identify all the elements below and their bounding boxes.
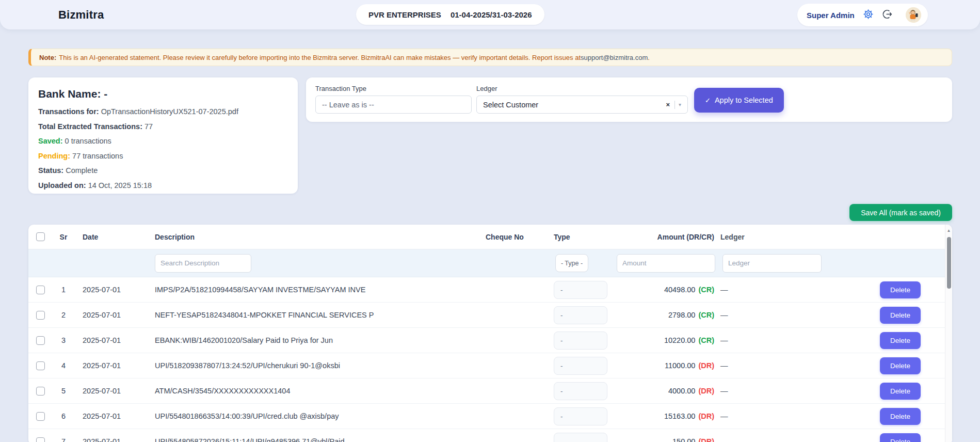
delete-button[interactable]: Delete (880, 332, 921, 349)
gear-icon (863, 9, 874, 21)
amount-cell: 40498.00(CR) (615, 286, 716, 294)
col-cheque-no: Cheque No (485, 233, 552, 241)
delete-button[interactable]: Delete (880, 433, 921, 442)
uploaded-line: Uploaded on: 14 Oct, 2025 15:18 (38, 181, 288, 191)
sr-cell: 1 (52, 286, 75, 294)
delete-button[interactable]: Delete (880, 408, 921, 425)
brand-logo: Bizmitra (58, 8, 104, 22)
ledger-cell: — (716, 437, 856, 442)
ledger-filter-input[interactable] (722, 254, 822, 273)
date-cell: 2025-07-01 (75, 361, 152, 370)
table-body: 1 2025-07-01 IMPS/P2A/518210994458/SAYYA… (28, 277, 952, 442)
transactions-table: Sr Date Description Cheque No Type Amoun… (28, 225, 952, 442)
col-amount: Amount (DR/CR) (615, 233, 716, 241)
note-text: This is an AI-generated statement. Pleas… (59, 54, 581, 61)
ledger-cell: — (716, 387, 856, 395)
table-row: 4 2025-07-01 UPI/518209387807/13:24:52/U… (28, 353, 952, 378)
note-label: Note: (39, 54, 56, 61)
table-scrollbar[interactable]: ▲ (945, 225, 952, 442)
transaction-type-select[interactable]: -- Leave as is -- (315, 96, 472, 114)
row-checkbox[interactable] (36, 437, 45, 442)
ledger-cell: — (716, 336, 856, 344)
search-description-input[interactable] (155, 254, 251, 273)
amount-cell: 4000.00(DR) (615, 387, 716, 395)
date-cell: 2025-07-01 (75, 311, 152, 319)
description-cell: UPI/554801866353/14:00:39/UPI/cred.club … (152, 412, 485, 420)
type-select[interactable]: - (554, 332, 607, 350)
ledger-cell: — (716, 311, 856, 319)
type-select[interactable]: - (554, 306, 607, 324)
user-role-label: Super Admin (807, 11, 855, 20)
delete-button[interactable]: Delete (880, 357, 921, 374)
scroll-up-icon[interactable]: ▲ (945, 228, 952, 233)
total-extracted-line: Total Extracted Transactions: 77 (38, 122, 288, 132)
transaction-type-label: Transaction Type (315, 85, 472, 92)
user-menu: Super Admin (797, 4, 928, 26)
col-ledger: Ledger (716, 233, 856, 241)
main-content: Note: This is an AI-generated statement.… (0, 49, 980, 442)
delete-button[interactable]: Delete (880, 383, 921, 400)
transactions-for-line: Transactions for: OpTransactionHistoryUX… (38, 107, 288, 117)
ledger-select[interactable]: Select Customer × ▾ (476, 96, 688, 114)
row-checkbox[interactable] (36, 311, 45, 320)
delete-button[interactable]: Delete (880, 307, 921, 324)
delete-button[interactable]: Delete (880, 281, 921, 298)
date-cell: 2025-07-01 (75, 387, 152, 395)
col-date: Date (75, 233, 152, 241)
saved-line: Saved: 0 transactions (38, 136, 288, 146)
check-icon: ✓ (705, 97, 711, 104)
amount-cell: 2798.00(CR) (615, 311, 716, 319)
ledger-cell: — (716, 286, 856, 294)
date-cell: 2025-07-01 (75, 336, 152, 344)
logout-button[interactable] (882, 9, 893, 21)
row-checkbox[interactable] (36, 361, 45, 370)
row-checkbox[interactable] (36, 336, 45, 345)
type-filter-select[interactable]: - Type - (555, 254, 588, 272)
support-email: support@bizmitra.com (581, 54, 648, 61)
row-checkbox[interactable] (36, 387, 45, 396)
table-row: 3 2025-07-01 EBANK:WIB/1462001020/Salary… (28, 328, 952, 353)
sr-cell: 2 (52, 311, 75, 319)
row-checkbox[interactable] (36, 286, 45, 294)
table-row: 2 2025-07-01 NEFT-YESAP51824348041-MPOKK… (28, 303, 952, 328)
sr-cell: 3 (52, 336, 75, 344)
date-cell: 2025-07-01 (75, 286, 152, 294)
description-cell: ATM/CASH/3545/XXXXXXXXXXXX1404 (152, 387, 485, 395)
type-select[interactable]: - (554, 281, 607, 299)
select-all-checkbox[interactable] (36, 232, 45, 241)
bulk-apply-card: Transaction Type -- Leave as is -- Ledge… (306, 77, 952, 122)
ai-note-banner: Note: This is an AI-generated statement.… (28, 49, 952, 66)
ledger-cell: — (716, 361, 856, 370)
type-select[interactable]: - (554, 382, 607, 400)
col-type: Type (552, 233, 615, 241)
type-select[interactable]: - (554, 407, 607, 425)
logout-icon (882, 9, 893, 21)
row-checkbox[interactable] (36, 412, 45, 421)
settings-button[interactable] (863, 9, 874, 21)
caret-down-icon: ▾ (679, 102, 681, 107)
top-header: Bizmitra PVR ENTERPRISES 01-04-2025/31-0… (0, 0, 980, 29)
col-sr: Sr (52, 233, 75, 241)
avatar[interactable] (906, 7, 921, 23)
type-select[interactable]: - (554, 357, 607, 375)
pending-line: Pending: 77 transactions (38, 151, 288, 161)
table-actions: Save All (mark as saved) (28, 204, 952, 221)
company-selector[interactable]: PVR ENTERPRISES 01-04-2025/31-03-2026 (356, 4, 544, 25)
save-all-button[interactable]: Save All (mark as saved) (849, 204, 952, 221)
clear-icon[interactable]: × (666, 101, 670, 108)
ledger-cell: — (716, 412, 856, 420)
scrollbar-thumb[interactable] (947, 237, 951, 289)
transaction-type-field: Transaction Type -- Leave as is -- (315, 85, 472, 114)
amount-cell: 150.00(DR) (615, 437, 716, 442)
col-description: Description (152, 233, 485, 241)
table-row: 7 2025-07-01 UPI/554805872026/15:11:14/U… (28, 429, 952, 442)
amount-filter-input[interactable] (617, 254, 715, 273)
statement-summary-card: Bank Name: - Transactions for: OpTransac… (28, 77, 298, 194)
cards-row: Bank Name: - Transactions for: OpTransac… (28, 77, 952, 194)
note-suffix: . (648, 54, 650, 61)
type-select[interactable]: - (554, 433, 607, 442)
select-divider (674, 101, 675, 109)
table-filter-row: - Type - (28, 249, 952, 277)
table-row: 6 2025-07-01 UPI/554801866353/14:00:39/U… (28, 404, 952, 429)
apply-to-selected-button[interactable]: ✓ Apply to Selected (694, 88, 784, 113)
